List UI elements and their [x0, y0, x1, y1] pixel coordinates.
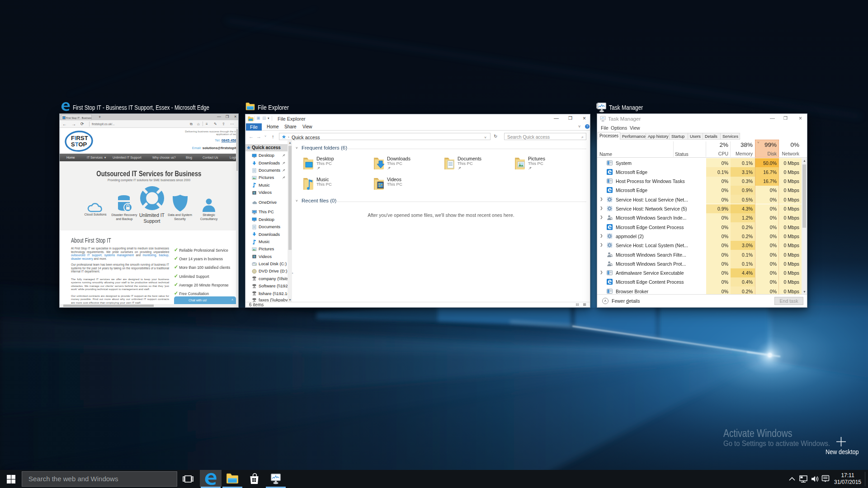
svg-text:STOP: STOP: [71, 141, 87, 148]
svg-text:FIRST: FIRST: [71, 135, 88, 141]
